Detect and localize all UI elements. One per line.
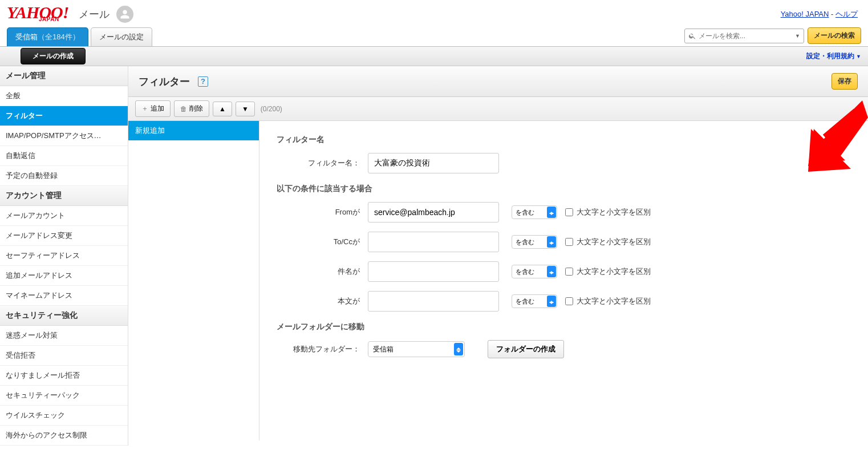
- sidebar: メール管理 全般 フィルター IMAP/POP/SMTPアクセス… 自動返信 予…: [0, 66, 128, 446]
- caret-up-icon: ▲: [219, 105, 226, 113]
- sidebar-item-change-address[interactable]: メールアドレス変更: [0, 226, 128, 246]
- dest-folder-select[interactable]: 受信箱: [368, 341, 465, 357]
- chevron-down-icon: ▼: [856, 54, 861, 59]
- sidebar-item-myname-address[interactable]: マイネームアドレス: [0, 286, 128, 306]
- subject-case-checkbox[interactable]: [565, 268, 573, 276]
- label-filter-name: フィルター名：: [277, 158, 368, 168]
- sidebar-item-add-address[interactable]: 追加メールアドレス: [0, 266, 128, 286]
- subject-case-label[interactable]: 大文字と小文字を区別: [565, 266, 651, 277]
- body-case-checkbox[interactable]: [565, 297, 573, 305]
- sidebar-item-autoreg[interactable]: 予定の自動登録: [0, 166, 128, 186]
- label-tocc: To/Ccが: [277, 237, 368, 247]
- search-button[interactable]: メールの検索: [808, 27, 861, 44]
- search-dropdown-caret[interactable]: ▼: [795, 33, 800, 39]
- filter-item-new[interactable]: 新規追加: [128, 121, 259, 140]
- move-up-button[interactable]: ▲: [213, 102, 232, 116]
- save-button[interactable]: 保存: [832, 73, 858, 90]
- user-icon: [120, 9, 130, 19]
- filter-name-input[interactable]: [368, 153, 499, 173]
- tocc-input[interactable]: [368, 232, 499, 252]
- sidebar-item-autoreply[interactable]: 自動返信: [0, 146, 128, 166]
- delete-filter-button[interactable]: 🗑削除: [174, 100, 209, 117]
- from-match-select[interactable]: を含む: [512, 205, 557, 219]
- label-from: Fromが: [277, 207, 368, 217]
- sidebar-item-overseas-access[interactable]: 海外からのアクセス制限: [0, 426, 128, 446]
- logo-yahoo-text: YAHOO!: [7, 6, 68, 18]
- body-match-select[interactable]: を含む: [512, 294, 557, 308]
- tab-inbox[interactable]: 受信箱（全184件）: [7, 27, 88, 46]
- sidebar-item-imap[interactable]: IMAP/POP/SMTPアクセス…: [0, 126, 128, 146]
- sidebar-section-mail-mgmt: メール管理: [0, 66, 128, 86]
- avatar[interactable]: [116, 6, 133, 23]
- from-case-label[interactable]: 大文字と小文字を区別: [565, 207, 651, 217]
- sidebar-item-spam[interactable]: 迷惑メール対策: [0, 326, 128, 346]
- sidebar-item-spoof-block[interactable]: なりすましメール拒否: [0, 366, 128, 386]
- label-subject: 件名が: [277, 266, 368, 277]
- sidebar-item-block[interactable]: 受信拒否: [0, 346, 128, 366]
- tocc-case-checkbox[interactable]: [565, 238, 573, 246]
- tocc-match-select[interactable]: を含む: [512, 235, 557, 249]
- body-case-label[interactable]: 大文字と小文字を区別: [565, 296, 651, 306]
- filter-list: 新規追加: [128, 121, 259, 440]
- add-filter-button[interactable]: ＋追加: [135, 100, 171, 117]
- section-filter-name: フィルター名: [277, 135, 851, 145]
- sidebar-item-filter[interactable]: フィルター: [0, 106, 128, 126]
- section-move-folder: メールフォルダーに移動: [277, 322, 851, 332]
- label-dest-folder: 移動先フォルダー：: [277, 344, 368, 354]
- page-title: フィルター: [139, 75, 190, 88]
- section-conditions: 以下の条件に該当する場合: [277, 184, 851, 194]
- search-input[interactable]: [699, 32, 795, 40]
- label-body: 本文が: [277, 296, 368, 306]
- plus-icon: ＋: [141, 104, 148, 114]
- from-input[interactable]: [368, 202, 499, 223]
- body-input[interactable]: [368, 291, 499, 312]
- move-down-button[interactable]: ▼: [236, 102, 255, 116]
- tab-mail-settings[interactable]: メールの設定: [91, 27, 152, 46]
- create-folder-button[interactable]: フォルダーの作成: [488, 340, 564, 358]
- logo-mail-text: メール: [79, 7, 109, 21]
- sidebar-section-security: セキュリティー強化: [0, 306, 128, 326]
- filter-counter: (0/200): [261, 105, 282, 113]
- sidebar-item-security-pack[interactable]: セキュリティーパック: [0, 386, 128, 406]
- sidebar-item-general[interactable]: 全般: [0, 86, 128, 106]
- compose-button[interactable]: メールの作成: [21, 48, 86, 64]
- subject-match-select[interactable]: を含む: [512, 265, 557, 278]
- sidebar-item-safety-address[interactable]: セーフティーアドレス: [0, 246, 128, 266]
- sidebar-item-virus-check[interactable]: ウイルスチェック: [0, 406, 128, 426]
- tocc-case-label[interactable]: 大文字と小文字を区別: [565, 237, 651, 247]
- search-input-wrap[interactable]: ▼: [684, 29, 804, 43]
- sidebar-item-mail-account[interactable]: メールアカウント: [0, 206, 128, 226]
- help-link[interactable]: ヘルプ: [835, 10, 858, 18]
- search-icon: [688, 32, 696, 40]
- yahoo-japan-link[interactable]: Yahoo! JAPAN: [781, 10, 829, 18]
- help-icon[interactable]: ?: [198, 76, 208, 87]
- from-case-checkbox[interactable]: [565, 208, 573, 216]
- trash-icon: 🗑: [180, 105, 187, 113]
- logo[interactable]: YAHOO! JAPAN メール: [7, 6, 109, 22]
- settings-terms-link[interactable]: 設定・利用規約 ▼: [806, 51, 861, 61]
- subject-input[interactable]: [368, 261, 499, 282]
- sidebar-section-account-mgmt: アカウント管理: [0, 186, 128, 206]
- caret-down-icon: ▼: [242, 105, 249, 113]
